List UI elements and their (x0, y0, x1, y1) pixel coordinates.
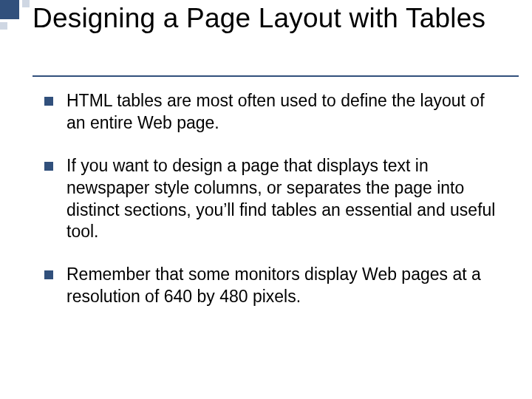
square-bullet-icon (44, 162, 53, 171)
list-item-text: HTML tables are most often used to defin… (66, 90, 502, 134)
list-item-text: Remember that some monitors display Web … (66, 264, 502, 308)
list-item-text: If you want to design a page that displa… (66, 155, 502, 244)
square-bullet-icon (44, 97, 53, 106)
decor-square-small-1 (22, 0, 30, 7)
slide-body: HTML tables are most often used to defin… (44, 90, 502, 329)
slide: Designing a Page Layout with Tables HTML… (0, 0, 532, 399)
decor-square-small-2 (0, 22, 7, 30)
list-item: Remember that some monitors display Web … (44, 264, 502, 308)
title-underline (33, 75, 519, 77)
slide-title: Designing a Page Layout with Tables (33, 3, 517, 35)
decor-square-large (0, 0, 19, 19)
list-item: If you want to design a page that displa… (44, 155, 502, 244)
list-item: HTML tables are most often used to defin… (44, 90, 502, 134)
square-bullet-icon (44, 270, 53, 279)
